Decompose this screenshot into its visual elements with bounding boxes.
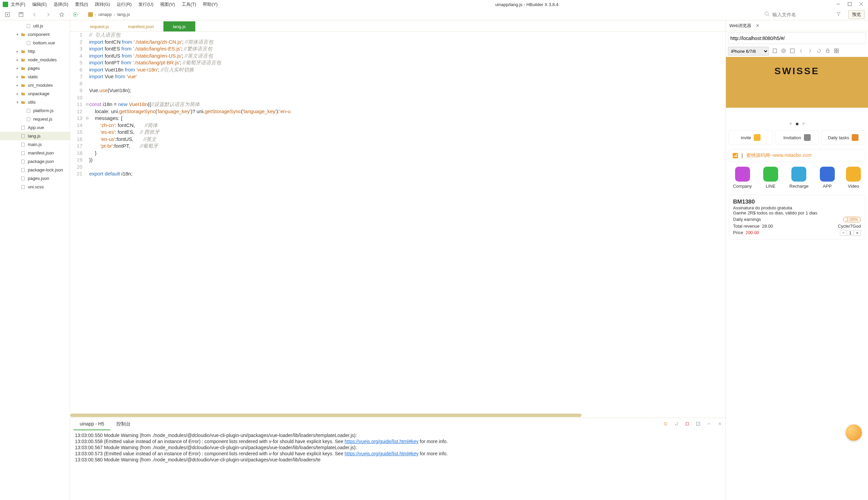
tree-folder[interactable]: ▸static bbox=[0, 72, 70, 81]
search-input[interactable] bbox=[772, 12, 833, 17]
notice-bar[interactable]: 📶 | 蜜桃源码网--www.mitaobo.com bbox=[728, 149, 865, 162]
tree-file[interactable]: uni.scss bbox=[0, 183, 70, 191]
tree-folder[interactable]: ▸unpackage bbox=[0, 89, 70, 98]
breadcrumb-project[interactable]: uinapp bbox=[98, 12, 112, 17]
browser-tab-close-icon[interactable]: ✕ bbox=[756, 23, 759, 28]
forward-icon[interactable] bbox=[44, 11, 52, 19]
svg-rect-36 bbox=[826, 50, 829, 53]
restart-icon[interactable] bbox=[674, 421, 679, 427]
rotate-icon[interactable] bbox=[772, 48, 778, 55]
svg-rect-23 bbox=[22, 160, 25, 163]
collapse-icon[interactable] bbox=[706, 421, 711, 427]
tree-file[interactable]: package-lock.json bbox=[0, 166, 70, 174]
tree-file[interactable]: main.js bbox=[0, 140, 70, 149]
svg-rect-19 bbox=[22, 126, 25, 129]
maximize-icon[interactable] bbox=[848, 2, 852, 7]
nav-forward-icon[interactable] bbox=[807, 48, 813, 55]
open-external-icon[interactable] bbox=[696, 421, 701, 427]
address-bar bbox=[728, 33, 866, 44]
search-icon[interactable] bbox=[764, 11, 770, 18]
svg-rect-40 bbox=[837, 51, 838, 53]
lock-icon[interactable] bbox=[825, 48, 830, 55]
tree-file[interactable]: package.json bbox=[0, 157, 70, 166]
bug-icon[interactable] bbox=[663, 421, 668, 427]
tree-file[interactable]: manifest.json bbox=[0, 149, 70, 157]
star-icon[interactable] bbox=[58, 11, 66, 19]
menu-file[interactable]: 文件(F) bbox=[11, 1, 25, 8]
tree-folder[interactable]: ▸http bbox=[0, 47, 70, 56]
console-panel: uinapp - H5 控制台 13:03:00.550 Module Warn… bbox=[70, 418, 726, 500]
back-icon[interactable] bbox=[31, 11, 38, 19]
svg-marker-14 bbox=[837, 12, 841, 16]
stop-icon[interactable] bbox=[685, 421, 690, 427]
device-select[interactable]: iPhone 6/7/8 bbox=[728, 47, 769, 56]
run-icon[interactable] bbox=[71, 11, 79, 19]
minimize-icon[interactable] bbox=[836, 2, 840, 7]
menu-find[interactable]: 查找(I) bbox=[75, 1, 88, 8]
tree-file[interactable]: App.vue bbox=[0, 123, 70, 132]
reload-icon[interactable] bbox=[816, 48, 822, 55]
tree-file[interactable]: pages.json bbox=[0, 174, 70, 183]
menu-view[interactable]: 视图(V) bbox=[160, 1, 175, 8]
svg-rect-25 bbox=[22, 177, 25, 180]
close-panel-icon[interactable] bbox=[717, 421, 722, 427]
tree-file[interactable]: platform.js bbox=[0, 106, 70, 115]
tree-folder[interactable]: ▸pages bbox=[0, 64, 70, 72]
filter-icon[interactable] bbox=[836, 12, 841, 17]
horizontal-scrollbar[interactable] bbox=[70, 413, 726, 418]
save-icon[interactable] bbox=[17, 11, 25, 19]
tree-file[interactable]: bottom.vue bbox=[0, 38, 70, 47]
action-card[interactable]: Daily tasks bbox=[821, 130, 865, 145]
editor-tab[interactable]: lang.js bbox=[164, 21, 195, 32]
svg-rect-18 bbox=[27, 117, 30, 121]
tree-file[interactable]: lang.js bbox=[0, 132, 70, 140]
quantity-stepper[interactable]: −1+ bbox=[840, 230, 861, 236]
settings-icon[interactable] bbox=[781, 48, 786, 55]
console-tab-terminal[interactable]: 控制台 bbox=[110, 418, 137, 430]
close-icon[interactable] bbox=[859, 2, 863, 7]
editor-tab[interactable]: request.js bbox=[80, 21, 118, 32]
menu-tools[interactable]: 工具(T) bbox=[182, 1, 196, 8]
svg-rect-15 bbox=[27, 24, 30, 28]
price-label: Price bbox=[733, 230, 743, 235]
menu-publish[interactable]: 发行(U) bbox=[138, 1, 153, 8]
editor-tab[interactable]: manifest.json bbox=[118, 21, 164, 32]
app-shortcut[interactable]: LINE bbox=[763, 167, 778, 189]
svg-point-12 bbox=[765, 12, 768, 15]
grid-icon[interactable] bbox=[834, 48, 839, 55]
menu-edit[interactable]: 编辑(E) bbox=[32, 1, 47, 8]
price-value: 200.00 bbox=[746, 230, 759, 235]
tree-folder[interactable]: ▾component bbox=[0, 30, 70, 38]
tree-folder[interactable]: ▸node_modules bbox=[0, 56, 70, 64]
inspect-icon[interactable] bbox=[790, 48, 795, 55]
menu-run[interactable]: 运行(R) bbox=[116, 1, 132, 8]
console-output[interactable]: 13:03:00.550 Module Warning (from ./node… bbox=[70, 430, 726, 500]
code-editor[interactable]: 123456789101112131415161718192021 ⊟⊟ // … bbox=[70, 32, 726, 413]
svg-point-33 bbox=[782, 50, 784, 52]
app-shortcut[interactable]: APP bbox=[820, 167, 835, 189]
menu-help[interactable]: 帮助(Y) bbox=[203, 1, 217, 8]
action-card[interactable]: Invitation bbox=[775, 130, 819, 145]
tree-folder[interactable]: ▾utils bbox=[0, 98, 70, 106]
url-input[interactable] bbox=[730, 36, 864, 41]
product-card[interactable]: BM1380 Assinatura do produto gratuita Ga… bbox=[728, 195, 865, 239]
svg-rect-16 bbox=[27, 41, 30, 45]
phone-viewport[interactable]: SWISSE inviteInvitationDaily tasks 📶 | 蜜… bbox=[726, 57, 868, 500]
app-shortcut[interactable]: Recharge bbox=[789, 167, 808, 189]
app-shortcut[interactable]: Video bbox=[846, 167, 861, 189]
tree-file[interactable]: request.js bbox=[0, 115, 70, 123]
console-tab-run[interactable]: uinapp - H5 bbox=[74, 418, 110, 430]
app-shortcut[interactable]: Company bbox=[733, 167, 752, 189]
project-tree: util.js▾componentbottom.vue▸http▸node_mo… bbox=[0, 20, 70, 500]
preview-button[interactable]: 预览 bbox=[848, 10, 865, 19]
product-title: BM1380 bbox=[733, 198, 861, 205]
tree-file[interactable]: util.js bbox=[0, 22, 70, 30]
new-project-icon[interactable] bbox=[3, 11, 12, 19]
action-card[interactable]: invite bbox=[728, 130, 773, 145]
menu-select[interactable]: 选择(S) bbox=[54, 1, 68, 8]
breadcrumb-file[interactable]: lang.js bbox=[117, 12, 130, 17]
nav-back-icon[interactable] bbox=[799, 48, 804, 55]
menu-goto[interactable]: 跳转(G) bbox=[95, 1, 110, 8]
tree-folder[interactable]: ▸uni_modules bbox=[0, 81, 70, 89]
floating-action-button[interactable] bbox=[846, 424, 862, 441]
